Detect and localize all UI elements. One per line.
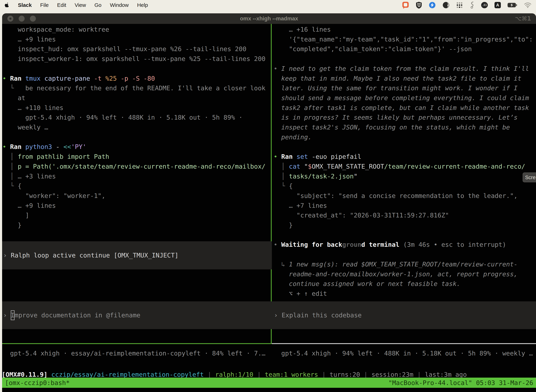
menu-app-name[interactable]: Slack	[18, 2, 32, 8]
terminal-line	[274, 54, 536, 64]
terminal-line: is in progress? It seems likely but perh…	[274, 112, 536, 122]
terminal-line: '{"team_name":"my-team","task_id":"1","f…	[274, 34, 536, 44]
terminal-line: … +9 lines	[2, 201, 270, 210]
terminal-line: • Waiting for background terminal (3m 46…	[274, 240, 536, 250]
terminal-line: └ {	[274, 181, 536, 191]
terminal-line	[2, 64, 270, 74]
terminal-line	[2, 132, 270, 142]
terminal-line: • Ran set -euo pipefail	[274, 152, 536, 162]
right-pane-output: … +16 lines '{"team_name":"my-team","tas…	[274, 25, 536, 299]
prompt-chevron-icon: ›	[274, 312, 282, 319]
terminal-line: │ tasks/task-2.json"	[274, 171, 536, 181]
terminal-line: pending.	[274, 132, 536, 142]
text-cursor: I	[11, 310, 14, 320]
terminal-line: • Ran python3 - <<'PY'	[2, 142, 270, 152]
screen-overlay-tooltip: Scre	[523, 173, 536, 182]
terminal-line: readme-and-reco/mailbox/worker-1.json, a…	[274, 269, 536, 279]
terminal-line: └ {	[2, 181, 270, 191]
badge-61-icon[interactable]: ..61	[481, 2, 488, 8]
right-prompt-input[interactable]: › Explain this codebase	[272, 301, 536, 329]
crescent-circle-icon[interactable]	[442, 2, 450, 9]
menu-item-window[interactable]: Window	[110, 2, 129, 8]
terminal-line: … +7 lines	[274, 201, 536, 210]
terminal-line: workspace_mode: worktree	[2, 25, 270, 34]
terminal-line: … +9 lines	[2, 34, 270, 44]
inject-banner: › Ralph loop active continue [OMX_TMUX_I…	[2, 241, 272, 269]
right-prompt-line: › Explain this codebase	[274, 310, 362, 320]
terminal-line: • I need to get the claim token from the…	[274, 64, 536, 74]
tmux-status-bar: [omx-cczip0:bash* "MacBook-Pro-44.local"…	[2, 378, 536, 388]
letter-a-icon[interactable]: A	[494, 2, 501, 8]
screen: Slack File Edit View Go Window Help	[0, 0, 536, 392]
dots-grid-icon[interactable]	[456, 2, 463, 9]
terminal-line: continue assigned work or next feasible …	[274, 279, 536, 289]
terminal-line: task2 after task1 is complete, but can I…	[274, 103, 536, 113]
terminal-line: weekly …	[2, 122, 270, 132]
prompt-chevron-icon: ›	[3, 312, 11, 319]
macos-menu-bar: Slack File Edit View Go Window Help	[0, 0, 536, 10]
menu-item-help[interactable]: Help	[137, 2, 148, 8]
terminal-line	[274, 250, 536, 259]
terminal-line: │ … +3 lines	[2, 171, 270, 181]
terminal-line: }	[274, 220, 536, 230]
terminal-line: "completed","claim_token":"claim-token"}…	[274, 44, 536, 54]
terminal-line: … +16 lines	[274, 25, 536, 34]
terminal-line: inspect task2's JSON, focusing on the st…	[274, 122, 536, 132]
terminal-line: inspect_worker-1: omx sparkshell --tmux-…	[2, 54, 270, 64]
terminal-line: "created_at": "2026-03-31T11:59:27.816Z"	[274, 210, 536, 220]
terminal-line: inspect_hud: omx sparkshell --tmux-pane …	[2, 44, 270, 54]
terminal-line: │ cat "$OMX_TEAM_STATE_ROOT/team/review-…	[274, 162, 536, 171]
menu-item-view[interactable]: View	[75, 2, 86, 8]
screenshot-chat-icon[interactable]	[402, 1, 409, 9]
left-prompt-line: › Improve documentation in @filename	[3, 310, 140, 320]
terminal-line: "worker": "worker-1",	[2, 191, 270, 201]
terminal-line: │ p = Path('.omx/state/team/review-curre…	[2, 162, 270, 171]
terminal-line: should send a message before completing …	[274, 93, 536, 103]
wifi-icon[interactable]	[524, 2, 531, 8]
shield-grid-icon[interactable]	[416, 2, 422, 9]
terminal-line: at	[2, 93, 270, 103]
terminal-line: gpt-5.4 xhigh · 94% left · 488K in · 5.1…	[2, 112, 270, 122]
terminal-line	[274, 142, 536, 152]
inject-banner-line: › Ralph loop active continue [OMX_TMUX_I…	[3, 250, 178, 260]
pane-divider[interactable]	[271, 24, 272, 344]
tmux-session-label: [omx-cczip0:bash*	[5, 379, 70, 386]
bolt-circle-icon[interactable]	[429, 2, 436, 9]
tmux-host-clock: "MacBook-Pro-44.local" 05:03 31-Mar-26	[388, 379, 533, 386]
terminal-line: ↳ 1 new msg(s): read $OMX_TEAM_STATE_ROO…	[274, 259, 536, 269]
right-prompt-placeholder: Explain this codebase	[282, 312, 362, 319]
terminal-line: keep that in mind. Maybe I also need the…	[274, 74, 536, 84]
terminal-line: ]	[2, 210, 270, 220]
menu-item-edit[interactable]: Edit	[57, 2, 66, 8]
terminal-line: │ from pathlib import Path	[2, 152, 270, 162]
terminal-line: • Ran tmux capture-pane -t %25 -p -S -80	[2, 74, 270, 84]
left-pane-output: workspace_mode: worktree … +9 lines insp…	[2, 25, 270, 230]
window-shortcut: ⌥⌘1	[515, 15, 531, 22]
menu-status-icons: ..61 A	[402, 1, 531, 9]
terminal-line: later. Using the same for transition mig…	[274, 83, 536, 93]
window-title: omx --xhigh --madmax	[2, 15, 536, 22]
terminal-line: … +110 lines	[2, 103, 270, 113]
hook-icon[interactable]	[469, 1, 474, 9]
menu-left: Slack File Edit View Go Window Help	[5, 2, 148, 8]
apple-icon[interactable]	[5, 2, 10, 8]
terminal-line: └ be necessary for the end of the README…	[2, 83, 270, 93]
menu-item-go[interactable]: Go	[94, 2, 101, 8]
terminal-line	[274, 230, 536, 240]
terminal-line: ⌥ + ↑ edit	[274, 289, 536, 299]
left-prompt-placeholder: mprove documentation in @filename	[14, 312, 140, 319]
left-prompt-input[interactable]: › Improve documentation in @filename	[2, 301, 272, 329]
terminal-line: }	[2, 220, 270, 230]
terminal-line: "subject": "send a concise recommendatio…	[274, 191, 536, 201]
menu-item-file[interactable]: File	[40, 2, 48, 8]
window-titlebar: omx --xhigh --madmax ⌥⌘1	[2, 13, 536, 24]
battery-icon[interactable]	[507, 3, 517, 8]
